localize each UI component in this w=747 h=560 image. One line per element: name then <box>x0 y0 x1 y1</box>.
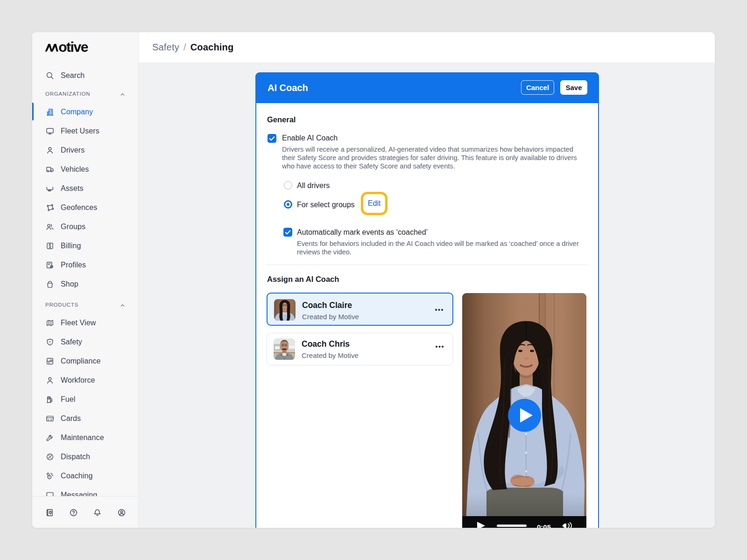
svg-text:otive: otive <box>58 40 88 54</box>
svg-text:0:05: 0:05 <box>537 523 551 528</box>
